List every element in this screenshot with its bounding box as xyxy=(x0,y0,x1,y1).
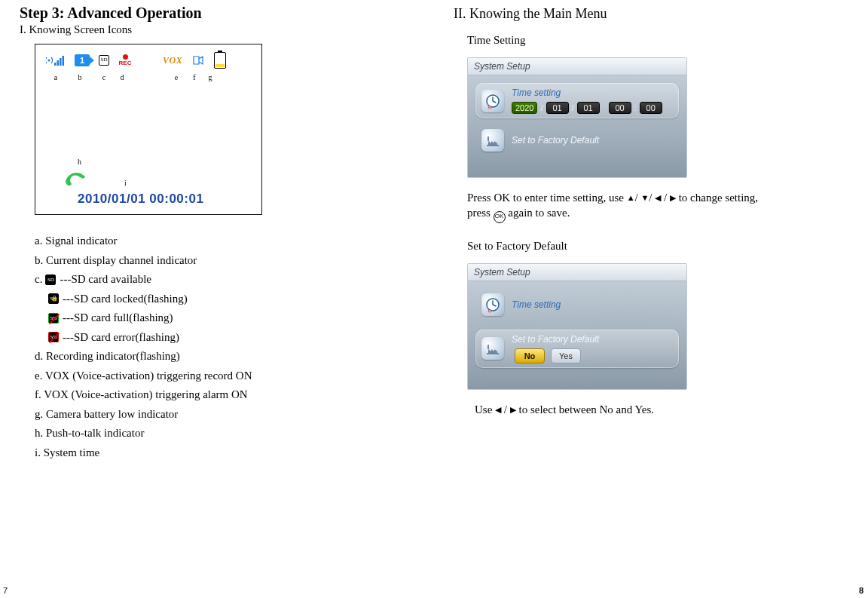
no-button[interactable]: No xyxy=(515,348,545,363)
svg-rect-4 xyxy=(63,56,65,66)
menu-item-time-setting[interactable]: 25 Time setting xyxy=(475,289,679,320)
step-title: Step 3: Advanced Operation xyxy=(20,5,414,22)
section-1-heading: I. Knowing Screen Icons xyxy=(20,23,414,36)
svg-rect-3 xyxy=(60,58,62,66)
menu-item-label: Time setting xyxy=(512,87,662,98)
menu-item-label: Set to Factory Default xyxy=(512,135,599,146)
vox-icon: VOX xyxy=(163,55,182,66)
page-number-left: 7 xyxy=(3,586,8,595)
left-arrow-icon: ◀ xyxy=(495,405,501,414)
svg-rect-12 xyxy=(487,345,489,349)
time-setting-heading: Time Setting xyxy=(467,34,848,47)
alarm-icon xyxy=(191,54,205,67)
device-screen-mock: 1 SD REC VOX a b c d e f g xyxy=(35,44,262,215)
menu-title-bar: System Setup xyxy=(468,264,686,281)
yes-button[interactable]: Yes xyxy=(551,348,581,363)
svg-point-0 xyxy=(48,60,50,62)
signal-icon xyxy=(46,54,66,67)
sd-available-icon: SD xyxy=(45,274,56,285)
svg-text:25: 25 xyxy=(488,309,491,312)
sd-error-icon: SD xyxy=(48,332,59,342)
section-2-heading: II. Knowing the Main Menu xyxy=(454,6,848,22)
legend-h: h. Push-to-talk indicator xyxy=(35,424,414,443)
icon-legend: a. Signal indicator b. Current display c… xyxy=(35,232,414,462)
battery-low-icon xyxy=(214,52,226,69)
legend-c-error: SD ---SD card error(flashing) xyxy=(48,328,414,348)
down-arrow-icon: ▼ xyxy=(640,193,649,202)
menu-item-label: Set to Factory Default xyxy=(512,334,599,345)
factory-default-heading: Set to Factory Default xyxy=(467,240,848,253)
status-icon-row: 1 SD REC VOX xyxy=(46,52,251,69)
factory-icon xyxy=(481,129,504,152)
system-setup-menu-factory: System Setup 25 Time setting Set to Fact… xyxy=(467,263,687,390)
month-field[interactable]: 01 xyxy=(546,102,569,114)
svg-text:25: 25 xyxy=(488,106,491,109)
legend-d: d. Recording indicator(flashing) xyxy=(35,347,414,366)
manual-spread: Step 3: Advanced Operation I. Knowing Sc… xyxy=(0,0,868,598)
ok-button-icon: OK xyxy=(494,211,506,223)
menu-item-factory-default[interactable]: Set to Factory Default No Yes xyxy=(475,330,679,368)
channel-icon: 1 xyxy=(75,54,90,66)
year-field[interactable]: 2020 xyxy=(512,102,537,114)
right-arrow-icon: ▶ xyxy=(510,405,516,414)
menu-item-time-setting[interactable]: 25 Time setting 2020 / 01 / 01 00 : xyxy=(475,83,679,118)
legend-f: f. VOX (Voice-activation) triggering ala… xyxy=(35,385,414,405)
page-number-right: 8 xyxy=(859,586,863,595)
up-arrow-icon: ▲ xyxy=(627,193,635,202)
label-i: i xyxy=(124,179,127,187)
menu-item-factory-default[interactable]: Set to Factory Default xyxy=(475,124,679,156)
icon-label-row: a b c d e f g xyxy=(46,73,251,81)
yes-no-selector[interactable]: No Yes xyxy=(515,348,599,363)
system-time: 2010/01/01 00:00:01 xyxy=(78,192,203,207)
system-setup-menu-time: System Setup 25 Time setting 2020 / 01 /… xyxy=(467,57,687,178)
sd-full-icon: SD xyxy=(48,313,59,324)
legend-b: b. Current display channel indicator xyxy=(35,251,414,271)
date-time-editor[interactable]: 2020 / 01 / 01 00 : 00 xyxy=(512,102,662,114)
page-right: II. Knowing the Main Menu Time Setting S… xyxy=(434,0,868,598)
legend-c-avail: c. SD ---SD card available xyxy=(35,270,414,290)
sd-status-icon: SD xyxy=(99,55,109,66)
menu-title-bar: System Setup xyxy=(468,58,686,75)
factory-default-hint: Use ◀ / ▶ to select between No and Yes. xyxy=(475,402,848,417)
sd-locked-icon: SD🔒 xyxy=(48,293,59,304)
legend-i: i. System time xyxy=(35,443,414,463)
legend-e: e. VOX (Voice-activation) triggering rec… xyxy=(35,366,414,386)
svg-rect-1 xyxy=(54,63,57,66)
label-h: h xyxy=(78,158,81,166)
legend-g: g. Camera battery low indicator xyxy=(35,405,414,425)
rec-icon: REC xyxy=(119,54,131,66)
menu-item-label: Time setting xyxy=(512,299,561,310)
legend-c-locked: SD🔒 ---SD card locked(flashing) xyxy=(48,290,414,309)
push-to-talk-icon xyxy=(63,169,88,192)
legend-a: a. Signal indicator xyxy=(35,232,414,251)
hour-field[interactable]: 00 xyxy=(609,102,631,114)
svg-rect-2 xyxy=(57,60,60,66)
page-left: Step 3: Advanced Operation I. Knowing Sc… xyxy=(0,0,434,598)
time-setting-hint: Press OK to enter time setting, use ▲/ ▼… xyxy=(467,190,848,223)
factory-icon xyxy=(481,337,504,360)
right-arrow-icon: ▶ xyxy=(670,193,676,202)
left-arrow-icon: ◀ xyxy=(655,193,661,202)
clock-icon: 25 xyxy=(481,90,504,112)
minute-field[interactable]: 00 xyxy=(640,102,662,114)
day-field[interactable]: 01 xyxy=(577,102,600,114)
svg-rect-8 xyxy=(487,136,489,141)
legend-c-full: SD ---SD card full(flashing) xyxy=(48,308,414,328)
clock-icon: 25 xyxy=(481,293,504,316)
